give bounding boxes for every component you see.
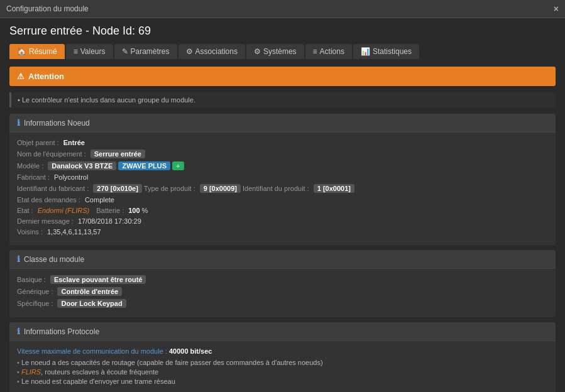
section-protocol-info-header: ℹ Informations Protocole bbox=[9, 322, 556, 341]
tab-valeurs[interactable]: ≡ Valeurs bbox=[66, 44, 113, 59]
tab-actions[interactable]: ≡ Actions bbox=[305, 44, 352, 59]
tab-associations[interactable]: ⚙ Associations bbox=[178, 44, 245, 59]
tab-parametres-label: Paramètres bbox=[131, 47, 170, 56]
protocol-bullet-2: FLIRS, routeurs esclaves à écoute fréque… bbox=[17, 368, 548, 376]
tab-statistiques[interactable]: 📊 Statistiques bbox=[353, 44, 419, 59]
value-last-message: 17/08/2018 17:30:29 bbox=[78, 217, 141, 225]
speed-text: Vitesse maximale de communication du mod… bbox=[17, 347, 548, 355]
section-protocol-info: ℹ Informations Protocole Vitesse maximal… bbox=[9, 322, 556, 392]
associations-icon: ⚙ bbox=[186, 47, 193, 56]
info-icon-node: ℹ bbox=[17, 118, 20, 128]
page-title: Serrure entrée - Node Id: 69 bbox=[9, 24, 556, 38]
title-bar: Configuration du module × bbox=[0, 0, 565, 18]
speed-label: Vitesse maximale de communication du mod… bbox=[17, 347, 167, 355]
tab-statistiques-label: Statistiques bbox=[373, 47, 412, 56]
systemes-icon: ⚙ bbox=[254, 47, 261, 56]
section-node-info-title: Informations Noeud bbox=[24, 119, 90, 128]
section-module-class-header: ℹ Classe du module bbox=[9, 250, 556, 269]
row-model: Modèle : Danalock V3 BTZE ZWAVE PLUS + bbox=[17, 161, 548, 170]
label-equipment-name: Nom de l'équipement : bbox=[17, 150, 86, 158]
flirs-text: FLIRS bbox=[21, 368, 41, 376]
row-neighbors: Voisins : 1,35,4,6,11,13,57 bbox=[17, 228, 548, 236]
title-bar-text: Configuration du module bbox=[6, 4, 89, 13]
label-product-type: Type de produit : bbox=[144, 185, 195, 192]
section-node-info-body: Objet parent : Entrée Nom de l'équipemen… bbox=[9, 133, 556, 245]
add-model-button[interactable]: + bbox=[172, 161, 184, 170]
statistiques-icon: 📊 bbox=[361, 47, 370, 56]
alert-bullet: • bbox=[18, 96, 22, 104]
row-parent-object: Objet parent : Entrée bbox=[17, 139, 548, 146]
row-ids: Identifiant du fabricant : 270 [0x010e] … bbox=[17, 184, 548, 193]
alert-title: Attention bbox=[28, 72, 64, 81]
value-manufacturer: Polycontrol bbox=[54, 173, 88, 181]
tab-valeurs-label: Valeurs bbox=[80, 47, 106, 56]
protocol-bullet-2-rest: , routeurs esclaves à écoute fréquente bbox=[41, 368, 158, 376]
value-state: Endormi (FLIRS) bbox=[38, 207, 90, 214]
section-node-info-header: ℹ Informations Noeud bbox=[9, 114, 556, 133]
label-last-message: Dernier message : bbox=[17, 217, 74, 225]
battery-unit: % bbox=[142, 207, 148, 214]
speed-value: 40000 bit/sec bbox=[169, 347, 212, 355]
info-icon-class: ℹ bbox=[17, 254, 20, 264]
valeurs-icon: ≡ bbox=[74, 47, 78, 56]
protocol-bullet-3: Le noeud est capable d'envoyer une trame… bbox=[17, 378, 548, 385]
tab-parametres[interactable]: ✎ Paramètres bbox=[114, 44, 177, 59]
protocol-bullet-list: Le noeud a des capacités de routage (cap… bbox=[17, 359, 548, 385]
row-last-message: Dernier message : 17/08/2018 17:30:29 bbox=[17, 217, 548, 225]
actions-icon: ≡ bbox=[313, 47, 317, 56]
value-product-type: 9 [0x0009] bbox=[200, 184, 241, 193]
alert-message-text: Le contrôleur n'est inclus dans aucun gr… bbox=[22, 96, 195, 104]
value-parent-object: Entrée bbox=[63, 139, 85, 146]
row-specific: Spécifique : Door Lock Keypad bbox=[17, 299, 548, 308]
badge-model-name: Danalock V3 BTZE bbox=[48, 161, 116, 170]
section-node-info: ℹ Informations Noeud Objet parent : Entr… bbox=[9, 114, 556, 245]
info-icon-protocol: ℹ bbox=[17, 327, 20, 336]
close-button[interactable]: × bbox=[554, 4, 559, 14]
protocol-bullet-1: Le noeud a des capacités de routage (cap… bbox=[17, 359, 548, 366]
section-module-class-title: Classe du module bbox=[24, 255, 84, 264]
value-request-state: Complete bbox=[85, 196, 114, 204]
row-manufacturer: Fabricant : Polycontrol bbox=[17, 173, 548, 181]
label-neighbors: Voisins : bbox=[17, 228, 43, 236]
tab-resume-label: Résumé bbox=[29, 47, 57, 56]
value-generic: Contrôle d'entrée bbox=[57, 287, 122, 296]
value-manufacturer-id: 270 [0x010e] bbox=[93, 184, 141, 193]
label-battery: Batterie : bbox=[96, 207, 124, 214]
section-module-class: ℹ Classe du module Basique : Esclave pou… bbox=[9, 250, 556, 317]
value-neighbors: 1,35,4,6,11,13,57 bbox=[47, 228, 101, 236]
section-protocol-info-body: Vitesse maximale de communication du mod… bbox=[9, 341, 556, 392]
label-state: Etat : bbox=[17, 207, 33, 214]
label-parent-object: Objet parent : bbox=[17, 139, 59, 146]
tab-actions-label: Actions bbox=[320, 47, 344, 56]
alert-message: • Le contrôleur n'est inclus dans aucun … bbox=[9, 92, 556, 107]
parametres-icon: ✎ bbox=[122, 47, 128, 56]
label-manufacturer-id: Identifiant du fabricant : bbox=[17, 185, 89, 192]
row-equipment-name: Nom de l'équipement : Serrure entrée bbox=[17, 150, 548, 158]
value-product-id: 1 [0x0001] bbox=[314, 184, 354, 193]
tab-systemes[interactable]: ⚙ Systèmes bbox=[246, 44, 304, 59]
label-model: Modèle : bbox=[17, 162, 43, 170]
row-request-state: Etat des demandes : Complete bbox=[17, 196, 548, 204]
label-specific: Spécifique : bbox=[17, 300, 53, 307]
section-protocol-info-title: Informations Protocole bbox=[24, 327, 99, 336]
alert-box: ⚠ Attention bbox=[9, 67, 556, 86]
label-request-state: Etat des demandes : bbox=[17, 196, 80, 204]
row-state-battery: Etat : Endormi (FLIRS) Batterie : 100 % bbox=[17, 207, 548, 214]
tab-systemes-label: Systèmes bbox=[263, 47, 297, 56]
value-basic: Esclave pouvant être routé bbox=[50, 275, 146, 284]
label-manufacturer: Fabricant : bbox=[17, 173, 50, 181]
label-generic: Générique : bbox=[17, 288, 53, 295]
value-battery: 100 bbox=[128, 207, 140, 214]
row-generic: Générique : Contrôle d'entrée bbox=[17, 287, 548, 296]
row-basic: Basique : Esclave pouvant être routé bbox=[17, 275, 548, 284]
label-basic: Basique : bbox=[17, 276, 46, 283]
warning-icon: ⚠ bbox=[17, 72, 25, 81]
tab-bar: 🏠 Résumé ≡ Valeurs ✎ Paramètres ⚙ Associ… bbox=[9, 44, 556, 59]
tab-resume[interactable]: 🏠 Résumé bbox=[9, 44, 65, 59]
main-content: Serrure entrée - Node Id: 69 🏠 Résumé ≡ … bbox=[0, 18, 565, 392]
section-module-class-body: Basique : Esclave pouvant être routé Gén… bbox=[9, 269, 556, 317]
badge-zwave-plus: ZWAVE PLUS bbox=[118, 161, 170, 170]
tab-associations-label: Associations bbox=[195, 47, 238, 56]
resume-icon: 🏠 bbox=[17, 47, 26, 56]
label-product-id: Identifiant du produit : bbox=[243, 185, 309, 192]
